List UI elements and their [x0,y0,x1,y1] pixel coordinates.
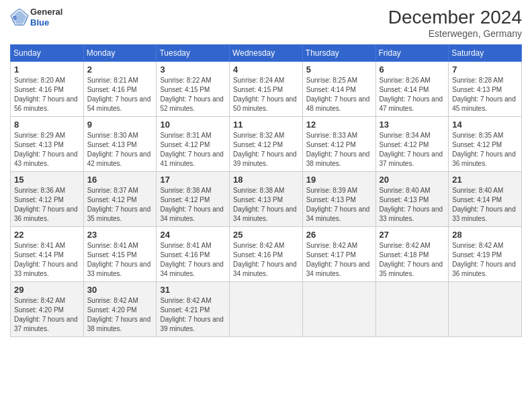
day-number: 9 [87,120,153,130]
day-number: 3 [160,64,226,75]
day-number: 11 [233,120,299,130]
day-number: 10 [160,120,226,130]
day-info: Sunrise: 8:41 AMSunset: 4:16 PMDaylight:… [160,241,226,279]
calendar-cell: 6Sunrise: 8:26 AMSunset: 4:14 PMDaylight… [375,62,449,117]
calendar-cell: 11Sunrise: 8:32 AMSunset: 4:12 PMDayligh… [230,117,303,172]
calendar-cell: 21Sunrise: 8:40 AMSunset: 4:14 PMDayligh… [449,172,522,227]
day-info: Sunrise: 8:26 AMSunset: 4:14 PMDaylight:… [380,76,445,113]
calendar-header-row: SundayMondayTuesdayWednesdayThursdayFrid… [11,45,522,62]
col-header-tuesday: Tuesday [157,45,230,62]
day-number: 1 [14,64,80,75]
day-info: Sunrise: 8:38 AMSunset: 4:13 PMDaylight:… [233,186,299,224]
calendar-cell: 14Sunrise: 8:35 AMSunset: 4:12 PMDayligh… [449,117,522,172]
calendar: SundayMondayTuesdayWednesdayThursdayFrid… [10,44,522,337]
col-header-monday: Monday [83,45,157,62]
title-area: December 2024 Esterwegen, Germany [388,7,522,39]
day-number: 22 [14,230,80,240]
day-info: Sunrise: 8:42 AMSunset: 4:21 PMDaylight:… [160,296,226,334]
calendar-cell: 3Sunrise: 8:22 AMSunset: 4:15 PMDaylight… [157,62,230,117]
calendar-cell [375,282,449,337]
day-number: 30 [87,285,153,295]
day-info: Sunrise: 8:22 AMSunset: 4:15 PMDaylight:… [160,76,226,113]
calendar-cell: 19Sunrise: 8:39 AMSunset: 4:13 PMDayligh… [302,172,375,227]
day-info: Sunrise: 8:39 AMSunset: 4:13 PMDaylight:… [306,186,372,224]
day-info: Sunrise: 8:20 AMSunset: 4:16 PMDaylight:… [14,76,80,113]
calendar-cell: 7Sunrise: 8:28 AMSunset: 4:13 PMDaylight… [449,62,522,117]
calendar-cell: 1Sunrise: 8:20 AMSunset: 4:16 PMDaylight… [11,62,84,117]
calendar-cell [449,282,522,337]
day-number: 7 [452,64,518,75]
day-info: Sunrise: 8:42 AMSunset: 4:20 PMDaylight:… [87,296,153,334]
day-number: 26 [306,230,372,240]
day-number: 20 [380,175,445,185]
day-number: 5 [306,64,372,75]
day-info: Sunrise: 8:38 AMSunset: 4:12 PMDaylight:… [160,186,226,224]
day-number: 25 [233,230,299,240]
calendar-cell: 20Sunrise: 8:40 AMSunset: 4:13 PMDayligh… [375,172,449,227]
day-number: 12 [306,120,372,130]
col-header-wednesday: Wednesday [230,45,303,62]
col-header-thursday: Thursday [302,45,375,62]
calendar-cell: 9Sunrise: 8:30 AMSunset: 4:13 PMDaylight… [83,117,157,172]
day-info: Sunrise: 8:32 AMSunset: 4:12 PMDaylight:… [233,131,299,169]
day-number: 31 [160,285,226,295]
calendar-cell: 2Sunrise: 8:21 AMSunset: 4:16 PMDaylight… [83,62,157,117]
col-header-saturday: Saturday [449,45,522,62]
day-number: 17 [160,175,226,185]
calendar-cell: 12Sunrise: 8:33 AMSunset: 4:12 PMDayligh… [302,117,375,172]
day-number: 4 [233,64,299,75]
day-number: 21 [452,175,518,185]
day-number: 29 [14,285,80,295]
day-info: Sunrise: 8:40 AMSunset: 4:13 PMDaylight:… [380,186,445,224]
logo-icon: G [10,8,29,27]
day-number: 2 [87,64,153,75]
day-info: Sunrise: 8:42 AMSunset: 4:18 PMDaylight:… [380,241,445,279]
day-info: Sunrise: 8:29 AMSunset: 4:13 PMDaylight:… [14,131,80,169]
day-number: 6 [380,64,445,75]
day-number: 24 [160,230,226,240]
calendar-cell: 29Sunrise: 8:42 AMSunset: 4:20 PMDayligh… [11,282,84,337]
day-info: Sunrise: 8:31 AMSunset: 4:12 PMDaylight:… [160,131,226,169]
day-number: 15 [14,175,80,185]
svg-text:G: G [13,15,17,19]
calendar-cell: 8Sunrise: 8:29 AMSunset: 4:13 PMDaylight… [11,117,84,172]
calendar-cell [230,282,303,337]
calendar-cell: 18Sunrise: 8:38 AMSunset: 4:13 PMDayligh… [230,172,303,227]
calendar-cell: 30Sunrise: 8:42 AMSunset: 4:20 PMDayligh… [83,282,157,337]
calendar-cell: 5Sunrise: 8:25 AMSunset: 4:14 PMDaylight… [302,62,375,117]
calendar-cell: 28Sunrise: 8:42 AMSunset: 4:19 PMDayligh… [449,227,522,282]
calendar-cell: 26Sunrise: 8:42 AMSunset: 4:17 PMDayligh… [302,227,375,282]
day-info: Sunrise: 8:36 AMSunset: 4:12 PMDaylight:… [14,186,80,224]
day-info: Sunrise: 8:35 AMSunset: 4:12 PMDaylight:… [452,131,518,169]
calendar-cell: 4Sunrise: 8:24 AMSunset: 4:15 PMDaylight… [230,62,303,117]
calendar-week-row: 22Sunrise: 8:41 AMSunset: 4:14 PMDayligh… [11,227,522,282]
day-info: Sunrise: 8:42 AMSunset: 4:19 PMDaylight:… [452,241,518,279]
day-info: Sunrise: 8:28 AMSunset: 4:13 PMDaylight:… [452,76,518,113]
day-info: Sunrise: 8:30 AMSunset: 4:13 PMDaylight:… [87,131,153,169]
day-info: Sunrise: 8:42 AMSunset: 4:20 PMDaylight:… [14,296,80,334]
calendar-week-row: 29Sunrise: 8:42 AMSunset: 4:20 PMDayligh… [11,282,522,337]
day-info: Sunrise: 8:37 AMSunset: 4:12 PMDaylight:… [87,186,153,224]
header: G General Blue December 2024 Esterwegen,… [10,7,522,39]
col-header-friday: Friday [375,45,449,62]
logo-general: General [30,7,62,17]
day-number: 19 [306,175,372,185]
day-number: 13 [380,120,445,130]
calendar-cell: 10Sunrise: 8:31 AMSunset: 4:12 PMDayligh… [157,117,230,172]
day-number: 18 [233,175,299,185]
calendar-week-row: 15Sunrise: 8:36 AMSunset: 4:12 PMDayligh… [11,172,522,227]
day-number: 23 [87,230,153,240]
calendar-week-row: 8Sunrise: 8:29 AMSunset: 4:13 PMDaylight… [11,117,522,172]
location-title: Esterwegen, Germany [388,28,522,39]
logo: G General Blue [10,7,62,28]
calendar-cell: 16Sunrise: 8:37 AMSunset: 4:12 PMDayligh… [83,172,157,227]
calendar-cell: 13Sunrise: 8:34 AMSunset: 4:12 PMDayligh… [375,117,449,172]
calendar-cell: 25Sunrise: 8:42 AMSunset: 4:16 PMDayligh… [230,227,303,282]
calendar-cell: 15Sunrise: 8:36 AMSunset: 4:12 PMDayligh… [11,172,84,227]
day-number: 14 [452,120,518,130]
day-number: 16 [87,175,153,185]
day-info: Sunrise: 8:24 AMSunset: 4:15 PMDaylight:… [233,76,299,113]
calendar-cell [302,282,375,337]
logo-text: General Blue [30,7,62,28]
day-info: Sunrise: 8:42 AMSunset: 4:17 PMDaylight:… [306,241,372,279]
